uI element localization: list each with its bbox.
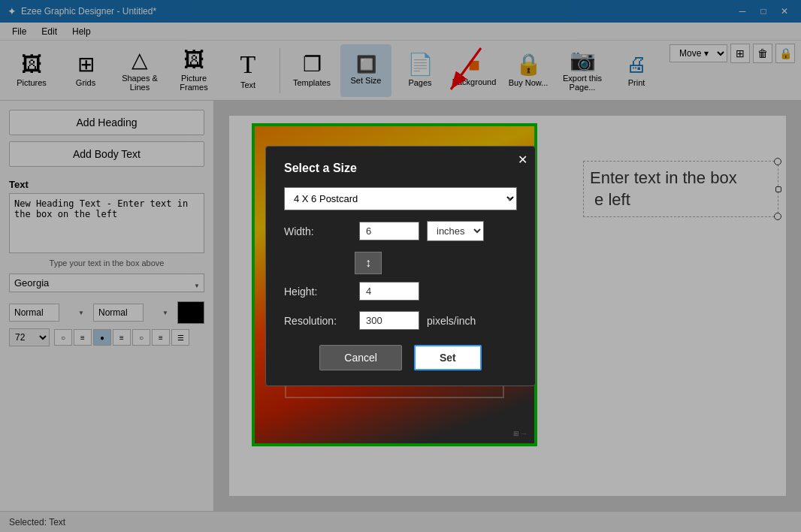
height-label: Height: <box>284 286 352 298</box>
select-size-dialog: ✕ Select a Size 4 X 6 Postcard 5 X 7 Car… <box>265 146 536 386</box>
set-button[interactable]: Set <box>414 345 482 370</box>
width-input[interactable] <box>359 222 419 240</box>
cancel-button[interactable]: Cancel <box>319 345 402 370</box>
height-input[interactable] <box>359 282 419 301</box>
size-dropdown[interactable]: 4 X 6 Postcard 5 X 7 Card 8.5 X 11 Lette… <box>284 187 517 210</box>
resolution-row: Resolution: pixels/inch <box>284 311 517 330</box>
modal-title: Select a Size <box>284 162 517 175</box>
resolution-input[interactable] <box>359 311 419 330</box>
resolution-unit: pixels/inch <box>427 315 476 327</box>
height-row: Height: <box>284 282 517 301</box>
size-row-container: 4 X 6 Postcard 5 X 7 Card 8.5 X 11 Lette… <box>284 187 517 210</box>
swap-icon: ↕ <box>365 256 371 270</box>
modal-actions: Cancel Set <box>284 345 517 370</box>
width-label: Width: <box>284 225 352 237</box>
swap-button[interactable]: ↕ <box>355 252 382 274</box>
modal-close-button[interactable]: ✕ <box>518 153 527 167</box>
width-row: Width: inches cm px <box>284 221 517 241</box>
resolution-label: Resolution: <box>284 315 352 327</box>
modal-overlay: ✕ Select a Size 4 X 6 Postcard 5 X 7 Car… <box>0 0 801 532</box>
unit-select[interactable]: inches cm px <box>427 221 484 241</box>
